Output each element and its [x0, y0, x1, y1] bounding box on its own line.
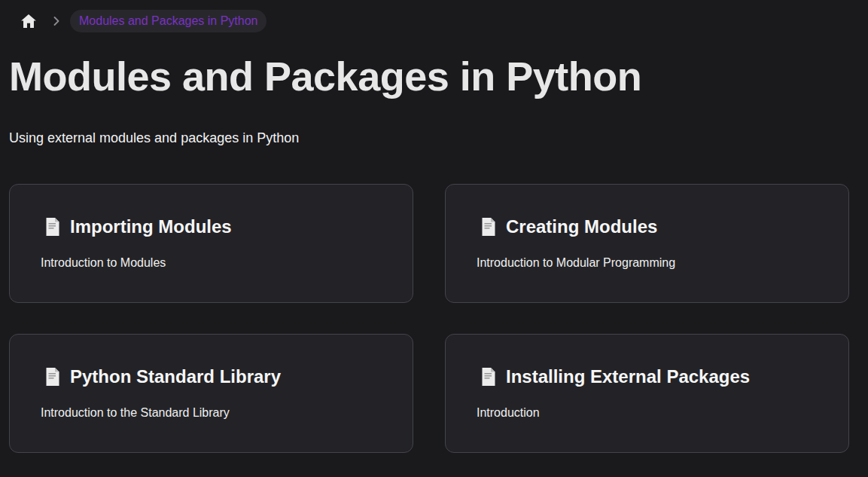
card-description: Introduction to Modular Programming [477, 255, 848, 271]
card-title: Importing Modules [70, 216, 232, 237]
card-title: Python Standard Library [70, 366, 281, 387]
document-icon [45, 367, 60, 387]
cards-grid: Importing Modules Introduction to Module… [9, 184, 849, 453]
document-icon [45, 217, 60, 237]
page-title: Modules and Packages in Python [9, 53, 868, 100]
card-creating-modules[interactable]: Creating Modules Introduction to Modular… [445, 184, 849, 303]
card-header: Installing External Packages [481, 366, 848, 387]
card-header: Importing Modules [45, 216, 413, 237]
breadcrumb: Modules and Packages in Python [0, 0, 868, 32]
chevron-right-icon [53, 17, 59, 26]
card-description: Introduction to the Standard Library [41, 405, 413, 420]
document-icon [481, 217, 496, 237]
document-icon [481, 367, 496, 387]
card-description: Introduction to Modules [41, 255, 413, 271]
card-installing-external-packages[interactable]: Installing External Packages Introductio… [445, 334, 849, 453]
card-description: Introduction [477, 405, 848, 420]
page-subtitle: Using external modules and packages in P… [9, 129, 868, 147]
card-header: Python Standard Library [45, 366, 413, 387]
card-title: Installing External Packages [506, 366, 750, 387]
breadcrumb-current[interactable]: Modules and Packages in Python [70, 10, 266, 32]
home-icon [21, 14, 36, 28]
home-button[interactable] [21, 14, 36, 28]
card-importing-modules[interactable]: Importing Modules Introduction to Module… [9, 184, 413, 303]
card-python-standard-library[interactable]: Python Standard Library Introduction to … [9, 334, 413, 453]
card-title: Creating Modules [506, 216, 657, 237]
card-header: Creating Modules [481, 216, 848, 237]
